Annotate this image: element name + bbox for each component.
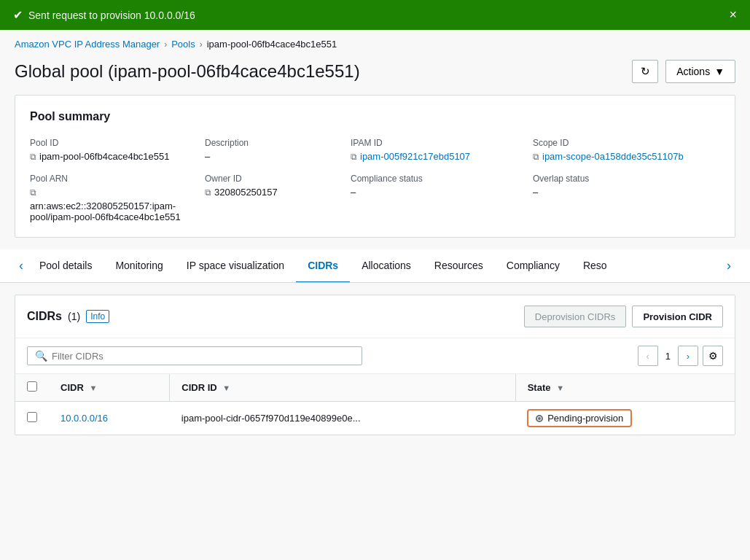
header-state: State ▼ [515,374,735,402]
prev-page-button[interactable]: ‹ [638,346,658,366]
tab-resources[interactable]: Resources [423,249,495,282]
filter-bar: 🔍 ‹ 1 › ⚙ [15,338,735,374]
copy-ipam-id-icon[interactable]: ⧉ [351,152,357,162]
tab-compliancy[interactable]: Compliancy [495,249,571,282]
copy-pool-id-icon[interactable]: ⧉ [30,152,36,162]
row-cidr-cell: 10.0.0.0/16 [49,402,170,435]
state-badge: Pending-provision [527,409,632,427]
state-value: Pending-provision [547,413,623,424]
refresh-button[interactable]: ↻ [632,60,658,83]
state-sort-icon[interactable]: ▼ [556,384,564,392]
compliance-status-label: Compliance status [351,174,515,184]
description-text: – [205,151,210,162]
scope-id-value[interactable]: ⧉ ipam-scope-0a158dde35c51107b [533,151,703,162]
description-field: Description – [205,138,333,162]
deprovision-cidrs-button[interactable]: Deprovision CIDRs [524,306,627,327]
cidr-col-label: CIDR [60,382,84,393]
provision-cidr-button[interactable]: Provision CIDR [632,306,723,327]
copy-owner-icon[interactable]: ⧉ [205,187,211,198]
copy-scope-id-icon[interactable]: ⧉ [533,152,539,162]
tab-prev-button[interactable]: ‹ [15,252,28,279]
overlap-status-text: – [533,187,538,198]
banner-close-button[interactable]: × [729,7,737,23]
overlap-status-value: – [533,187,703,198]
cidr-value[interactable]: 10.0.0.0/16 [60,413,108,424]
tabs-list: Pool details Monitoring IP space visuali… [28,249,722,282]
ipam-id-value[interactable]: ⧉ ipam-005f921c17ebd5107 [351,151,515,162]
state-col-label: State [528,382,551,393]
owner-id-value: ⧉ 320805250157 [205,187,333,198]
pagination-area: ‹ 1 › ⚙ [638,346,723,366]
cidr-id-sort-icon[interactable]: ▼ [222,384,230,392]
cidrs-section: CIDRs (1) Info Deprovision CIDRs Provisi… [15,295,735,435]
search-input[interactable] [52,351,354,362]
banner-content: ✔ Sent request to provision 10.0.0.0/16 [13,8,195,22]
tab-ip-space[interactable]: IP space visualization [175,249,296,282]
compliance-status-text: – [351,187,356,198]
header-cidr: CIDR ▼ [49,374,170,402]
table-header-row: CIDR ▼ CIDR ID ▼ State ▼ [15,374,735,402]
description-label: Description [205,138,333,148]
next-page-button[interactable]: › [678,346,698,366]
row-state-cell: Pending-provision [515,402,735,435]
select-all-checkbox[interactable] [27,381,37,392]
copy-pool-arn-icon[interactable]: ⧉ [30,187,36,198]
page-title: Global pool (ipam-pool-06fb4cace4bc1e551… [15,61,360,82]
state-dot-icon [536,415,543,422]
cidr-id-col-label: CIDR ID [181,382,216,393]
owner-id-label: Owner ID [205,174,333,184]
tab-pool-details[interactable]: Pool details [28,249,103,282]
header-cidr-id: CIDR ID ▼ [170,374,515,402]
tab-monitoring[interactable]: Monitoring [103,249,174,282]
breadcrumb-sep-1: › [164,39,167,50]
ipam-id-field: IPAM ID ⧉ ipam-005f921c17ebd5107 [351,138,515,162]
success-banner: ✔ Sent request to provision 10.0.0.0/16 … [0,0,750,30]
tab-allocations[interactable]: Allocations [350,249,423,282]
refresh-icon: ↻ [641,65,650,78]
pool-id-value: ⧉ ipam-pool-06fb4cace4bc1e551 [30,151,187,162]
breadcrumb-link-vpc[interactable]: Amazon VPC IP Address Manager [15,39,160,50]
pool-summary-title: Pool summary [30,110,720,123]
owner-id-text: 320805250157 [214,187,278,198]
breadcrumb-sep-2: › [200,39,203,50]
summary-col-4: Scope ID ⧉ ipam-scope-0a158dde35c51107b … [533,138,720,222]
page-header: Global pool (ipam-pool-06fb4cace4bc1e551… [0,54,750,95]
description-value: – [205,151,333,162]
cidr-sort-icon[interactable]: ▼ [89,384,97,392]
header-checkbox-col [15,374,49,402]
tab-reso[interactable]: Reso [571,249,619,282]
row-cidr-id-cell: ipam-pool-cidr-0657f970d119e40899e0e... [170,402,515,435]
breadcrumb-link-pools[interactable]: Pools [171,39,195,50]
actions-button[interactable]: Actions ▼ [665,60,735,83]
ipam-id-text: ipam-005f921c17ebd5107 [360,151,470,162]
table-settings-button[interactable]: ⚙ [703,346,723,366]
actions-label: Actions [676,66,710,77]
table-row: 10.0.0.0/16 ipam-pool-cidr-0657f970d119e… [15,402,735,435]
pool-id-field: Pool ID ⧉ ipam-pool-06fb4cace4bc1e551 [30,138,187,162]
row-checkbox[interactable] [27,412,37,422]
row-checkbox-cell [15,402,49,435]
overlap-status-label: Overlap status [533,174,703,184]
compliance-status-value: – [351,187,515,198]
owner-id-field: Owner ID ⧉ 320805250157 [205,174,333,198]
tab-next-button[interactable]: › [722,252,735,279]
pool-arn-label: Pool ARN [30,174,187,184]
cidr-id-value: ipam-pool-cidr-0657f970d119e40899e0e... [181,413,361,424]
pool-id-label: Pool ID [30,138,187,148]
compliance-status-field: Compliance status – [351,174,515,198]
pool-id-text: ipam-pool-06fb4cace4bc1e551 [39,151,170,162]
cidrs-table: CIDR ▼ CIDR ID ▼ State ▼ 10.0.0.0 [15,374,735,435]
scope-id-label: Scope ID [533,138,703,148]
breadcrumb: Amazon VPC IP Address Manager › Pools › … [0,30,750,54]
pool-arn-value: ⧉ arn:aws:ec2::320805250157:ipam-pool/ip… [30,187,187,222]
cidrs-header: CIDRs (1) Info Deprovision CIDRs Provisi… [15,295,735,338]
settings-icon: ⚙ [708,350,718,362]
tab-cidrs[interactable]: CIDRs [296,249,350,282]
cidrs-info-link[interactable]: Info [86,310,109,323]
search-input-wrap[interactable]: 🔍 [27,346,362,365]
summary-col-2: Description – Owner ID ⧉ 320805250157 [205,138,351,222]
summary-col-1: Pool ID ⧉ ipam-pool-06fb4cace4bc1e551 Po… [30,138,205,222]
search-icon: 🔍 [35,350,47,362]
summary-grid: Pool ID ⧉ ipam-pool-06fb4cace4bc1e551 Po… [30,138,720,222]
summary-col-3: IPAM ID ⧉ ipam-005f921c17ebd5107 Complia… [351,138,533,222]
